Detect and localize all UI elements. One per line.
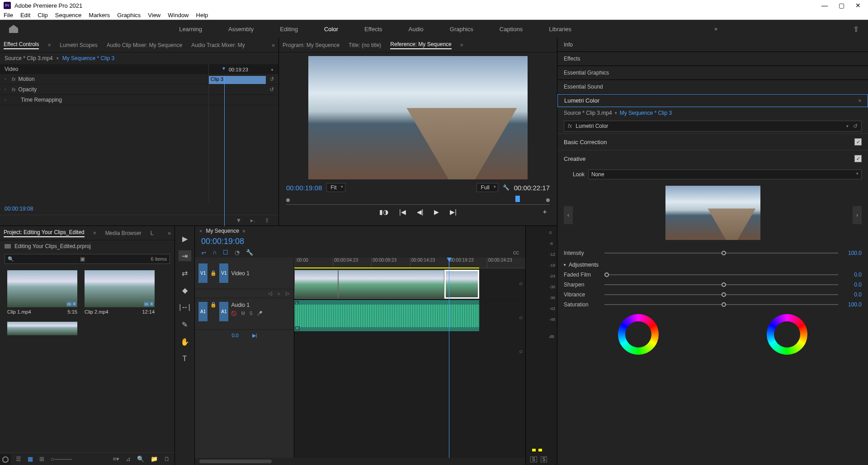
menu-graphics[interactable]: Graphics (117, 12, 141, 19)
lumetri-fx-select[interactable]: Lumetri Color (576, 123, 608, 129)
tab-lumetri-scopes[interactable]: Lumetri Scopes (60, 42, 97, 48)
mute-button[interactable]: M (241, 311, 245, 316)
scroll-handle-icon[interactable]: ○ (519, 348, 523, 355)
highlight-tint-wheel[interactable] (767, 314, 807, 355)
tab-program[interactable]: Program: My Sequence (283, 42, 340, 48)
tab-essential-sound[interactable]: Essential Sound (557, 80, 868, 94)
timeline-timecode[interactable]: 00:00:19:08 (195, 236, 525, 247)
chevron-down-icon[interactable]: ▾ (846, 124, 849, 128)
fx-source-clip[interactable]: Source * Clip 3.mp4 (5, 55, 53, 61)
sort-icon[interactable]: ≡▾ (113, 456, 119, 462)
step-back-icon[interactable]: ◀| (417, 208, 424, 216)
chevron-down-icon[interactable]: ▾ (57, 56, 59, 61)
intensity-slider[interactable] (604, 253, 838, 254)
play-only-icon[interactable]: ▸. (250, 217, 255, 224)
ripple-edit-tool-icon[interactable]: ⇄ (179, 268, 191, 278)
ws-assembly[interactable]: Assembly (226, 20, 255, 38)
checkbox-enabled[interactable]: ✓ (854, 155, 862, 162)
step-forward-icon[interactable]: ▶| (450, 208, 457, 216)
project-item[interactable]: ▭≡ Clip 1.mp45:15 (7, 270, 77, 315)
tab-title[interactable]: Title: (no title) (349, 42, 381, 48)
tab-reference[interactable]: Reference: My Sequence (390, 41, 451, 49)
fx-clip-bar[interactable]: Clip 3 (209, 76, 270, 84)
tab-audio-clip-mixer[interactable]: Audio Clip Mixer: My Sequence (107, 42, 182, 48)
menu-clip[interactable]: Clip (38, 12, 47, 19)
panel-menu-icon[interactable]: ≡ (94, 230, 96, 235)
lumetri-source[interactable]: Source * Clip 3.mp4 (564, 110, 612, 116)
timeline-zoom-value[interactable]: 0.0 (231, 333, 238, 338)
menu-window[interactable]: Window (168, 12, 189, 19)
close-button[interactable]: ✕ (855, 2, 861, 9)
panel-menu-icon[interactable]: ≡ (243, 229, 245, 234)
expand-icon[interactable]: › (5, 98, 9, 102)
fx-motion[interactable]: Motion (19, 76, 35, 82)
audio-clip[interactable] (294, 300, 479, 332)
fx-timecode-foot[interactable]: 00:00:19:08 (0, 203, 278, 215)
program-video[interactable] (308, 56, 528, 179)
playhead-handle[interactable] (515, 196, 520, 202)
list-view-icon[interactable]: ☰ (16, 456, 21, 462)
faded-film-value[interactable]: 0.0 (843, 272, 862, 278)
timeline-ruler[interactable]: :00:00 00:00:04:23 00:00:09:23 00:00:14:… (294, 258, 525, 268)
minimize-button[interactable]: — (821, 2, 828, 9)
shadow-tint-wheel[interactable] (618, 314, 659, 355)
saturation-value[interactable]: 100.0 (843, 301, 862, 308)
collapse-icon[interactable]: ▾ (564, 263, 566, 267)
type-tool-icon[interactable]: T (179, 353, 191, 364)
tab-info[interactable]: Info (557, 38, 868, 52)
tab-media-browser[interactable]: Media Browser (105, 230, 142, 236)
share-icon[interactable]: ⇪ (853, 25, 859, 33)
workspace-overflow-icon[interactable]: » (714, 26, 717, 32)
project-search[interactable]: 🔍 ▣ 6 items (5, 254, 170, 264)
add-marker-icon[interactable]: ▮◑ (379, 208, 388, 216)
toggle-icon[interactable]: ▷ (286, 291, 289, 296)
program-timecode[interactable]: 00:00:19:08 (286, 184, 322, 192)
panel-menu-icon[interactable]: ≡ (461, 42, 463, 47)
sharpen-value[interactable]: 0.0 (843, 282, 862, 288)
vibrance-value[interactable]: 0.0 (843, 291, 862, 298)
tab-libraries-short[interactable]: L (151, 230, 154, 236)
panel-menu-icon[interactable]: ≡ (48, 42, 51, 47)
lock-icon[interactable]: 🔒 (210, 302, 217, 308)
export-frame-icon[interactable]: ⇪ (264, 217, 269, 224)
home-icon[interactable] (9, 25, 18, 33)
ws-audio[interactable]: Audio (407, 20, 425, 38)
ws-captions[interactable]: Captions (498, 20, 524, 38)
creative-cloud-icon[interactable] (0, 454, 11, 465)
solo-button[interactable]: S (250, 311, 253, 316)
prev-look-icon[interactable]: ‹ (564, 206, 573, 224)
solo-left-button[interactable]: S (530, 456, 537, 462)
tab-effect-controls[interactable]: Effect Controls (4, 41, 39, 49)
freeform-view-icon[interactable]: ⊞ (39, 456, 44, 462)
checkbox-enabled[interactable]: ✓ (854, 138, 862, 146)
lumetri-title[interactable]: Lumetri Color (564, 97, 599, 104)
project-item[interactable] (7, 322, 77, 335)
tab-project[interactable]: Project: Editing Your Clips_Edited (4, 229, 85, 237)
lumetri-sequence[interactable]: My Sequence * Clip 3 (620, 110, 672, 116)
new-bin-icon[interactable]: 📁 (151, 456, 158, 462)
video-track-header[interactable]: V1 🔒 V1 Video 1 (195, 258, 294, 289)
slip-tool-icon[interactable]: |↔| (179, 302, 191, 313)
fx-sequence-clip[interactable]: My Sequence * Clip 3 (62, 55, 114, 61)
track-target[interactable]: A1 (219, 302, 228, 321)
fx-mini-timeline[interactable]: ▼ 00:19:23 Clip 3 (208, 64, 278, 203)
tabs-overflow-icon[interactable]: » (168, 230, 171, 236)
icon-view-icon[interactable]: ▦ (28, 456, 33, 462)
snap-icon[interactable]: ∩ (212, 249, 217, 256)
tab-effects[interactable]: Effects (557, 52, 868, 66)
button-editor-icon[interactable]: ＋ (542, 208, 548, 216)
fx-time-remapping[interactable]: Time Remapping (21, 97, 62, 103)
toggle-icon[interactable]: ◁ (268, 291, 272, 296)
saturation-slider[interactable] (604, 304, 838, 305)
adjustments-label[interactable]: Adjustments (569, 262, 599, 268)
ws-libraries[interactable]: Libraries (547, 20, 573, 38)
caption-track-icon[interactable]: cc (513, 249, 519, 256)
solo-right-button[interactable]: S (541, 456, 547, 462)
next-look-icon[interactable]: › (853, 206, 862, 224)
maximize-button[interactable]: ▢ (839, 2, 844, 9)
resolution-select[interactable]: Full (476, 183, 498, 192)
scroll-handle-icon[interactable]: ○ (519, 280, 523, 287)
track-patch[interactable]: V1 (198, 263, 208, 283)
reset-icon[interactable]: ↺ (853, 123, 858, 129)
look-select[interactable]: None (588, 169, 862, 179)
